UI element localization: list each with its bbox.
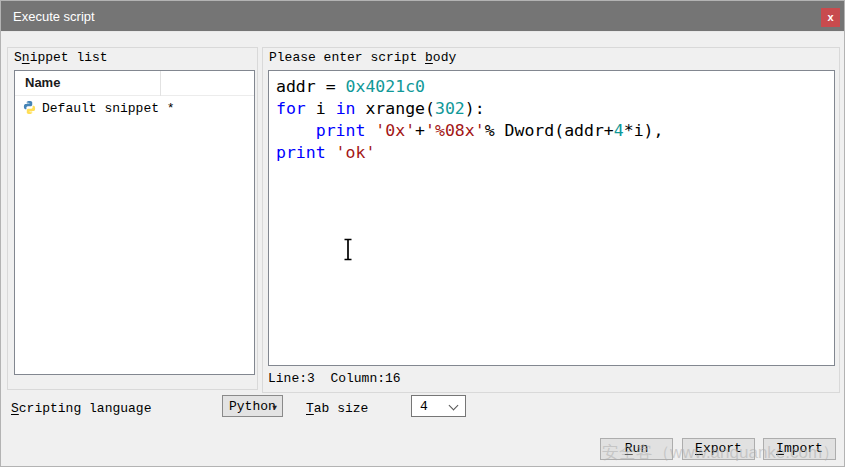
label-segment: cripting language bbox=[19, 401, 152, 416]
code-token: xrange( bbox=[356, 99, 435, 118]
script-body-group: Please enter script body addr = 0x4021c0… bbox=[262, 47, 840, 393]
label-mnemonic: I bbox=[776, 441, 784, 456]
code-token: print bbox=[316, 121, 366, 140]
label-segment: mport bbox=[784, 441, 823, 456]
code-token: 4 bbox=[614, 121, 624, 140]
code-token: in bbox=[336, 99, 356, 118]
label-segment: un bbox=[633, 441, 649, 456]
list-item[interactable]: Default snippet * bbox=[15, 99, 254, 119]
code-line: print '0x'+'%08x'% Dword(addr+4*i), bbox=[276, 120, 663, 142]
code-line: for i in xrange(302): bbox=[276, 98, 663, 120]
code-token: '%08x' bbox=[425, 121, 485, 140]
tab-size-label: Tab size bbox=[306, 401, 368, 416]
label-mnemonic: b bbox=[425, 50, 433, 65]
snippet-list-group: Snippet list Name Default snippet * bbox=[7, 47, 258, 390]
execute-script-dialog: Execute script x Snippet list Name Defau… bbox=[0, 0, 845, 467]
script-editor[interactable]: addr = 0x4021c0for i in xrange(302): pri… bbox=[268, 70, 835, 366]
label-segment: S bbox=[14, 50, 22, 65]
code-token: addr = bbox=[276, 77, 346, 96]
label-segment: xport bbox=[703, 441, 742, 456]
close-button[interactable]: x bbox=[821, 8, 840, 27]
code-token: 302 bbox=[435, 99, 465, 118]
code-text[interactable]: addr = 0x4021c0for i in xrange(302): pri… bbox=[276, 76, 663, 164]
chevron-down-icon bbox=[449, 401, 459, 411]
code-token: 'ok' bbox=[336, 143, 376, 162]
cursor-position-status: Line:3 Column:16 bbox=[268, 371, 401, 386]
label-mnemonic: E bbox=[695, 441, 703, 456]
export-button[interactable]: Export bbox=[682, 438, 755, 460]
label-mnemonic: R bbox=[625, 441, 633, 456]
code-token: print bbox=[276, 143, 326, 162]
tab-size-value: 4 bbox=[420, 399, 428, 414]
label-segment: Please enter script bbox=[269, 50, 425, 65]
code-token: 0x4021c0 bbox=[346, 77, 425, 96]
code-token bbox=[365, 121, 375, 140]
label-mnemonic: n bbox=[22, 50, 30, 65]
code-token: *i), bbox=[624, 121, 664, 140]
code-token: for bbox=[276, 99, 306, 118]
code-token: ): bbox=[465, 99, 485, 118]
language-value: Python bbox=[229, 399, 276, 414]
list-header[interactable]: Name bbox=[15, 71, 254, 96]
column-divider[interactable] bbox=[160, 71, 161, 96]
close-icon: x bbox=[827, 11, 833, 23]
code-line: addr = 0x4021c0 bbox=[276, 76, 663, 98]
label-segment: ab size bbox=[314, 401, 369, 416]
code-token: '0x' bbox=[375, 121, 415, 140]
code-token: % Dword(addr+ bbox=[485, 121, 614, 140]
language-select[interactable]: Python ▼ bbox=[222, 395, 283, 417]
run-button[interactable]: Run bbox=[600, 438, 673, 460]
code-token: + bbox=[415, 121, 425, 140]
snippet-name[interactable]: Default snippet * bbox=[42, 101, 175, 116]
name-column-header[interactable]: Name bbox=[25, 75, 60, 90]
python-icon bbox=[22, 100, 37, 120]
code-token bbox=[326, 143, 336, 162]
label-mnemonic: T bbox=[306, 401, 314, 416]
import-button[interactable]: Import bbox=[763, 438, 836, 460]
tab-size-select[interactable]: 4 bbox=[411, 395, 466, 417]
label-segment: ody bbox=[433, 50, 456, 65]
scripting-language-label: Scripting language bbox=[11, 401, 151, 416]
code-token: i bbox=[306, 99, 336, 118]
snippet-list-label: Snippet list bbox=[12, 50, 110, 65]
snippet-listbox[interactable]: Name Default snippet * bbox=[14, 70, 255, 375]
window-title: Execute script bbox=[13, 1, 95, 32]
label-mnemonic: S bbox=[11, 401, 19, 416]
script-body-label: Please enter script body bbox=[267, 50, 458, 65]
dropdown-arrow-icon: ▼ bbox=[272, 403, 277, 412]
code-line: print 'ok' bbox=[276, 142, 663, 164]
code-token bbox=[276, 121, 316, 140]
label-segment: ippet list bbox=[30, 50, 108, 65]
titlebar[interactable]: Execute script x bbox=[1, 1, 844, 32]
